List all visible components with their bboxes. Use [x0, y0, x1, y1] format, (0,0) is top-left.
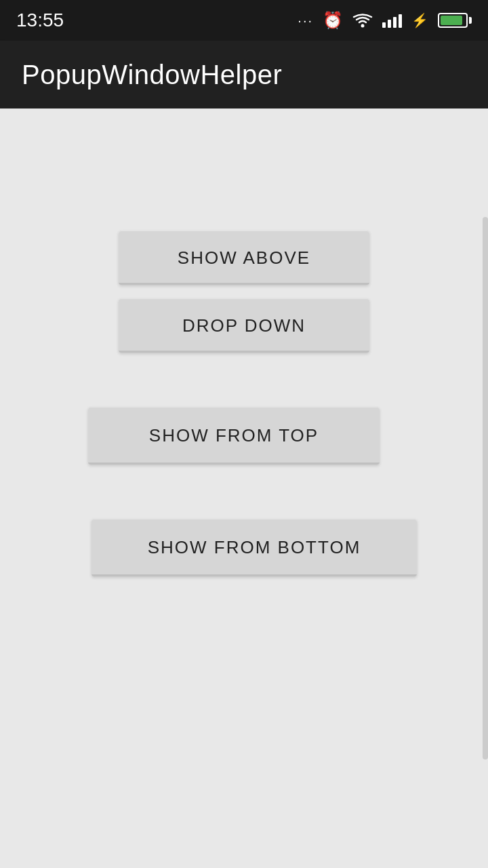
signal-bar-2 [388, 20, 391, 28]
signal-bar-3 [393, 17, 396, 28]
signal-bars-icon [382, 13, 402, 28]
signal-bar-4 [399, 14, 402, 28]
lightning-icon: ⚡ [411, 12, 428, 28]
svg-point-0 [361, 24, 365, 28]
battery-icon [438, 13, 472, 28]
drop-down-button[interactable]: DROP DOWN [119, 298, 369, 353]
show-above-button[interactable]: SHOW ABOVE [119, 231, 369, 285]
wifi-icon [352, 13, 373, 28]
dots-icon: ··· [298, 13, 313, 28]
clock-icon: ⏰ [323, 11, 343, 30]
main-content: SHOW ABOVE DROP DOWN SHOW FROM TOP SHOW … [0, 108, 488, 868]
battery-tip [469, 17, 472, 24]
battery-body [438, 13, 468, 28]
app-title: PopupWindowHelper [22, 60, 282, 90]
show-from-top-button[interactable]: SHOW FROM TOP [88, 407, 380, 465]
signal-bar-1 [382, 22, 386, 28]
status-time: 13:55 [16, 9, 64, 31]
status-icons: ··· ⏰ ⚡ [298, 11, 472, 30]
app-bar: PopupWindowHelper [0, 41, 488, 108]
scroll-indicator[interactable] [483, 217, 488, 760]
show-from-bottom-button[interactable]: SHOW FROM BOTTOM [92, 519, 417, 576]
status-bar: 13:55 ··· ⏰ ⚡ [0, 0, 488, 41]
battery-fill [441, 16, 462, 25]
